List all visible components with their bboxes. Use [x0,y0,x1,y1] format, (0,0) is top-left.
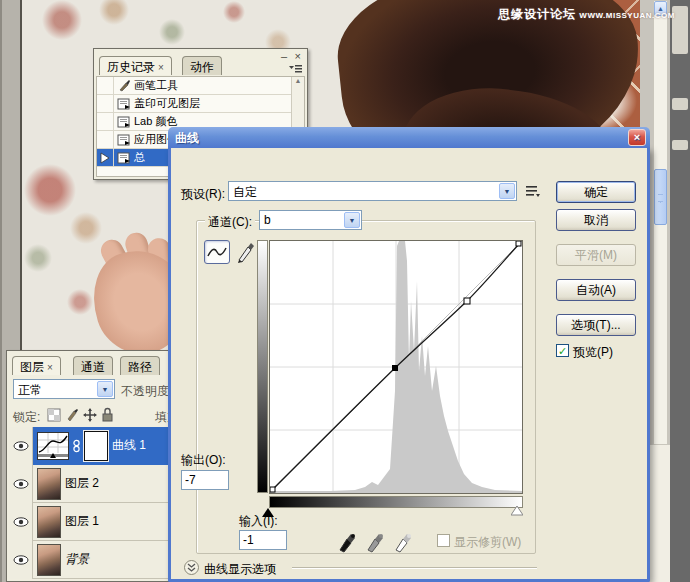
layer-thumbnail[interactable] [37,468,61,500]
blend-mode-select[interactable]: 正常 ▼ [13,379,115,399]
double-chevron-down-icon [187,563,196,572]
history-source-cell[interactable] [97,131,114,148]
tab-channels[interactable]: 通道 [73,356,113,375]
panel-menu-icon[interactable] [288,64,303,74]
watermark: 思缘设计论坛 WWW.MISSYUAN.COM [498,6,658,23]
visibility-toggle[interactable] [9,503,33,541]
tab-close-icon[interactable]: × [47,362,53,373]
history-source-cell[interactable] [97,113,114,130]
preset-label: 预设(R): [181,186,225,203]
divider [292,567,537,568]
palette-dock-strip [670,0,690,582]
input-input[interactable] [239,530,287,550]
history-brush-source-icon[interactable] [97,149,114,166]
point-curve-tool-button[interactable] [204,240,230,264]
layer-row-layer2[interactable]: 图层 2 [9,465,180,503]
scrollbar-thumb[interactable] [654,169,667,225]
watermark-site-url: WWW.MISSYUAN.COM [579,11,675,20]
smooth-button[interactable]: 平滑(M) [556,244,636,266]
docked-palette-fragment [672,98,688,110]
panel-close-button[interactable]: × [295,52,301,60]
tab-close-icon[interactable]: × [158,62,164,73]
ok-button[interactable]: 确定 [556,181,636,203]
history-state-icon [114,116,134,128]
output-gradient-bar [257,240,268,493]
history-state-icon [114,134,134,146]
curve-graph[interactable] [269,240,523,494]
preview-label: 预览(P) [573,344,613,361]
dialog-close-button[interactable]: × [628,129,646,146]
gray-point-eyedropper-icon[interactable] [365,531,385,553]
history-item[interactable]: 画笔工具 [97,77,304,95]
visibility-toggle[interactable] [9,465,33,503]
layers-panel: 图层× 通道 路径 正常 ▼ 不透明度 锁定: 填充 曲线 1 [6,350,181,582]
input-gradient-bar [269,496,523,508]
cancel-button[interactable]: 取消 [556,209,636,231]
options-button[interactable]: 选项(T)... [556,314,636,336]
history-item[interactable]: 盖印可见图层 [97,95,304,113]
lock-transparency-icon[interactable] [47,408,61,422]
show-clipping-label: 显示修剪(W) [454,534,521,551]
brush-icon [114,79,134,92]
eye-icon [13,441,29,451]
canvas-bottom-area [648,445,670,582]
preset-options-icon[interactable] [525,185,541,198]
channel-label: 通道(C): [205,214,255,231]
dialog-title: 曲线 [175,131,199,145]
layer-mask-thumbnail[interactable] [84,431,108,461]
layer-name: 背景 [65,551,89,568]
eye-icon [13,517,29,527]
lock-pixels-icon[interactable] [65,408,79,422]
pencil-tool-icon[interactable] [235,241,255,263]
channel-select[interactable]: b ▼ [259,210,362,230]
tab-layers[interactable]: 图层× [12,356,61,375]
layer-row-layer1[interactable]: 图层 1 [9,503,180,541]
history-source-cell[interactable] [97,95,114,112]
output-input[interactable] [181,470,229,490]
layer-thumbnail[interactable] [37,506,61,538]
opacity-label: 不透明度 [121,383,169,400]
mask-link-icon[interactable] [73,439,80,453]
black-point-eyedropper-icon[interactable] [337,531,357,553]
visibility-toggle[interactable] [9,541,33,579]
tab-paths[interactable]: 路径 [120,356,160,375]
curves-dialog: 曲线 × 预设(R): 自定 ▼ 确定 取消 平滑(M) 自动(A) 选项(T)… [168,148,650,582]
layer-name: 曲线 1 [112,437,146,454]
eye-icon [13,555,29,565]
tab-history[interactable]: 历史记录× [99,56,172,75]
combo-arrow-icon[interactable]: ▼ [97,381,113,397]
curve-tool-icon [205,241,229,263]
white-point-eyedropper-icon[interactable] [393,531,413,553]
combo-arrow-icon[interactable]: ▼ [499,183,515,199]
auto-button[interactable]: 自动(A) [556,279,636,301]
lock-all-icon[interactable] [101,407,114,422]
preset-select[interactable]: 自定 ▼ [228,181,517,201]
tab-actions[interactable]: 动作 [182,56,222,75]
highlight-slider-icon[interactable] [511,506,523,516]
photoshop-workspace: 思缘设计论坛 WWW.MISSYUAN.COM ▲ – × 历史记录× 动作 画… [0,0,690,582]
lock-label: 锁定: [13,409,40,426]
history-state-icon [114,98,134,110]
display-options-label: 曲线显示选项 [204,561,276,578]
layer-name: 图层 1 [65,513,99,530]
lock-position-icon[interactable] [83,408,97,422]
display-options-expander[interactable] [184,560,199,575]
canvas-vertical-scrollbar[interactable]: ▲ [653,0,668,445]
show-clipping-checkbox[interactable] [437,534,450,547]
output-label: 输出(O): [181,452,226,469]
history-source-cell[interactable] [97,77,114,94]
dialog-titlebar[interactable]: 曲线 × [168,127,650,148]
curves-adjustment-thumbnail[interactable] [37,432,69,460]
panel-minimize-button[interactable]: – [281,52,287,60]
preview-checkbox[interactable]: ✓ [556,344,569,357]
docked-palette-fragment [672,140,688,150]
layer-row-curves1[interactable]: 曲线 1 [9,427,180,465]
visibility-toggle[interactable] [9,427,33,465]
layer-thumbnail[interactable] [37,544,61,576]
eye-icon [13,479,29,489]
watermark-site-name: 思缘设计论坛 [498,7,576,21]
scroll-up-icon[interactable]: ▲ [295,77,302,84]
layer-name: 图层 2 [65,475,99,492]
combo-arrow-icon[interactable]: ▼ [344,212,360,228]
layer-row-background[interactable]: 背景 [9,541,180,579]
